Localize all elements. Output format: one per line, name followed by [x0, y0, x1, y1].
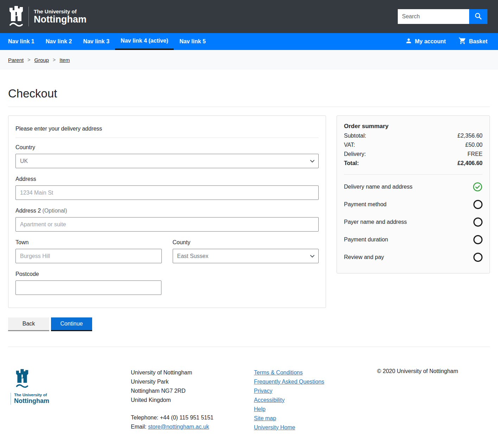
postcode-field: Postcode: [15, 271, 161, 295]
footer-link-university-home[interactable]: University Home: [254, 423, 377, 432]
form-legend: Please enter your delivery address: [15, 126, 319, 132]
search-input[interactable]: [398, 9, 469, 24]
basket-label: Basket: [469, 38, 487, 45]
nav-link-3[interactable]: Nav link 3: [77, 33, 115, 50]
shopping-cart-icon: [459, 37, 466, 46]
search-button[interactable]: [469, 9, 487, 24]
university-logo[interactable]: The University of Nottingham: [8, 5, 87, 28]
back-button[interactable]: Back: [8, 317, 49, 331]
site-header: The University of Nottingham: [0, 0, 498, 33]
row-value: £2,406.60: [458, 159, 483, 168]
site-footer: The University of Nottingham University …: [0, 347, 498, 444]
nav-link-4-active[interactable]: Nav link 4 (active): [115, 33, 174, 50]
row-value: FREE: [467, 150, 483, 159]
email-label: Email:: [131, 424, 148, 430]
address-line: United Kingdom: [131, 396, 254, 405]
logo-line1: The University of: [34, 8, 87, 14]
check-circle-icon: [473, 182, 483, 192]
step-label: Payment method: [344, 201, 387, 208]
footer-logo-text: The University of Nottingham: [11, 393, 131, 405]
step-label: Payer name and address: [344, 219, 407, 225]
address2-input[interactable]: [15, 217, 319, 232]
my-account-label: My account: [415, 38, 446, 45]
checkout-step-review: Review and pay: [344, 248, 483, 266]
footer-link-help[interactable]: Help: [254, 405, 377, 414]
page-title: Checkout: [8, 87, 490, 100]
country-select[interactable]: UK: [15, 154, 319, 168]
footer-link-sitemap[interactable]: Site map: [254, 414, 377, 423]
postcode-label: Postcode: [15, 271, 161, 277]
form-divider: [15, 138, 319, 138]
email-link[interactable]: store@nottingham.ac.uk: [148, 424, 209, 430]
nav-links: Nav link 1 Nav link 2 Nav link 3 Nav lin…: [8, 33, 211, 50]
nav-link-5[interactable]: Nav link 5: [174, 33, 211, 50]
county-field: County East Sussex: [173, 239, 319, 263]
county-select[interactable]: East Sussex: [173, 249, 319, 263]
main-nav: Nav link 1 Nav link 2 Nav link 3 Nav lin…: [0, 33, 498, 50]
footer-logo: The University of Nottingham: [8, 368, 131, 432]
my-account-link[interactable]: My account: [405, 37, 446, 46]
address-field: Address: [15, 176, 319, 200]
breadcrumb-item[interactable]: Item: [59, 57, 70, 63]
town-field: Town: [15, 239, 162, 263]
empty-circle-icon: [473, 217, 483, 227]
country-field: Country UK: [15, 144, 319, 168]
step-label: Payment duration: [344, 236, 388, 243]
town-input[interactable]: [15, 249, 162, 263]
logo-divider: [28, 7, 29, 26]
address-input[interactable]: [15, 185, 319, 200]
empty-circle-icon: [473, 235, 483, 244]
basket-link[interactable]: Basket: [459, 37, 487, 46]
logo-text: The University of Nottingham: [34, 8, 87, 25]
empty-circle-icon: [473, 253, 483, 262]
email-line: Email: store@nottingham.ac.uk: [131, 422, 254, 431]
address-label: Address: [15, 176, 319, 182]
breadcrumb-parent[interactable]: Parent: [8, 57, 24, 63]
address2-label: Address 2 (Optional): [15, 208, 319, 214]
breadcrumb-group[interactable]: Group: [34, 57, 49, 63]
summary-row-subtotal: Subtotal: £2,356.60: [344, 131, 483, 140]
nav-link-1[interactable]: Nav link 1: [8, 33, 40, 50]
checkout-step-delivery: Delivery name and address: [344, 178, 483, 196]
person-icon: [405, 37, 412, 46]
footer-link-accessibility[interactable]: Accessibility: [254, 396, 377, 405]
checkout-step-payer: Payer name and address: [344, 213, 483, 231]
footer-logo-line2: Nottingham: [14, 397, 131, 405]
search-form: [398, 9, 487, 24]
chevron-right-icon: >: [27, 57, 30, 63]
footer-links: Terms & Conditions Frequently Asked Ques…: [254, 368, 377, 432]
chevron-down-icon: [310, 159, 315, 165]
nav-utility: My account Basket: [405, 33, 488, 50]
row-label: Subtotal:: [344, 131, 366, 140]
order-summary-title: Order summary: [344, 123, 483, 130]
castle-icon: [8, 5, 24, 28]
country-label: Country: [15, 144, 319, 151]
summary-row-delivery: Delivery: FREE: [344, 150, 483, 159]
chevron-down-icon: [310, 254, 315, 260]
town-label: Town: [15, 239, 162, 246]
footer-contact: Telephone: +44 (0) 115 951 5151 Email: s…: [131, 413, 254, 431]
continue-button[interactable]: Continue: [51, 317, 92, 331]
postcode-input[interactable]: [15, 280, 161, 295]
row-label: VAT:: [344, 140, 355, 150]
row-label: Delivery:: [344, 150, 366, 159]
main-content: Checkout Please enter your delivery addr…: [0, 87, 498, 331]
summary-row-total: Total: £2,406.60: [344, 159, 483, 168]
row-value: £50.00: [465, 140, 483, 150]
step-label: Review and pay: [344, 254, 384, 260]
footer-link-privacy[interactable]: Privacy: [254, 386, 377, 396]
row-label: Total:: [344, 159, 359, 168]
step-label: Delivery name and address: [344, 184, 413, 190]
title-divider: [8, 107, 490, 107]
address-line: University Park: [131, 377, 254, 386]
empty-circle-icon: [473, 200, 483, 209]
delivery-address-form: Please enter your delivery address Count…: [8, 115, 326, 308]
address2-field: Address 2 (Optional): [15, 208, 319, 232]
footer-link-faq[interactable]: Frequently Asked Questions: [254, 377, 377, 386]
address-line: University of Nottingham: [131, 368, 254, 377]
footer-link-terms[interactable]: Terms & Conditions: [254, 368, 377, 377]
order-summary-panel: Order summary Subtotal: £2,356.60 VAT: £…: [337, 115, 490, 273]
row-value: £2,356.60: [458, 131, 483, 140]
checkout-step-duration: Payment duration: [344, 231, 483, 248]
nav-link-2[interactable]: Nav link 2: [40, 33, 78, 50]
